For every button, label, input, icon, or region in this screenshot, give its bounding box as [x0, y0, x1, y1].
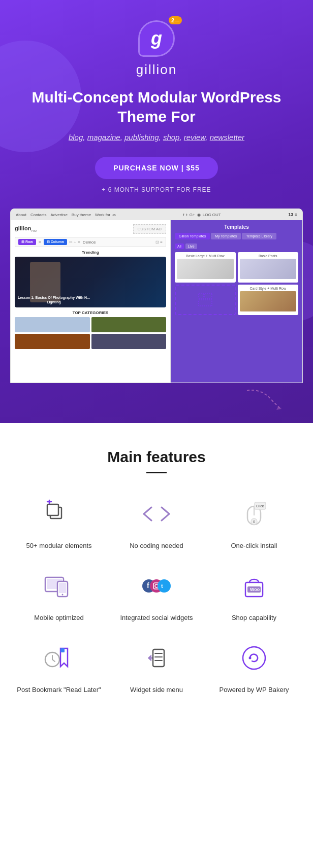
svg-point-39	[249, 657, 252, 659]
subtitle-link-newsletter[interactable]: newsletter	[210, 133, 244, 142]
panel-title: Templates	[175, 224, 298, 230]
section-title: Main features	[15, 448, 298, 466]
svg-text:t: t	[161, 583, 163, 589]
feature-icon-modular	[39, 494, 79, 534]
social-gplus-icon: G+	[190, 213, 195, 217]
panel-card-1-img	[177, 259, 234, 279]
svg-rect-33	[60, 648, 65, 652]
feature-label-install: One-click install	[231, 541, 277, 550]
features-section: Main features 50+ modular elements	[0, 423, 313, 710]
panel-cards-grid: Basic Large + Multi Row Basic Posts	[175, 252, 298, 315]
logo-badge: 2	[169, 16, 182, 24]
svg-text:f: f	[147, 581, 149, 589]
svg-rect-5	[47, 504, 58, 515]
panel-tab-my: My Templates	[211, 233, 241, 239]
svg-point-25	[158, 579, 171, 593]
svg-rect-1	[205, 293, 212, 298]
subtitle-link-shop[interactable]: shop	[163, 133, 180, 142]
social-f-icon: f	[183, 213, 184, 217]
filter-all: All	[175, 244, 184, 249]
panel-tab-library: Template Library	[242, 233, 276, 239]
svg-marker-3	[276, 406, 281, 410]
frame-social-icons: f t G+ ◉ LOG OUT	[183, 213, 221, 217]
panel-card-1: Basic Large + Multi Row	[175, 252, 236, 283]
nav-workforus: Work for us	[95, 213, 116, 217]
panel-card-2-label: Basic Posts	[240, 254, 297, 258]
feature-item-mobile: Mobile optimized	[15, 566, 103, 622]
feature-label-bookmark: Post Bookmark "Read Later"	[17, 685, 101, 695]
social-tw-icon: t	[186, 213, 187, 217]
frame-nav-links: About Contacts Advertise Buy theme Work …	[16, 213, 116, 217]
logo-name: gillion	[136, 62, 177, 78]
subtitle-link-publishing[interactable]: publishing	[124, 133, 159, 142]
feature-item-widget: Widget side menu	[113, 638, 200, 695]
purchase-button[interactable]: PURCHASE NOW | $55	[95, 157, 218, 179]
svg-text:0: 0	[253, 520, 255, 524]
frame-logo-row: gillionPRO CUSTOM AD	[15, 224, 166, 234]
feature-item-coding: No coding needed	[113, 494, 200, 550]
hero-subtitle: blog, magazine, publishing, shop, review…	[10, 133, 303, 142]
feature-item-install: Click 0 One-click install	[210, 494, 298, 550]
panel-card-2: Basic Posts	[238, 252, 299, 283]
screenshot-wrap: About Contacts Advertise Buy theme Work …	[5, 209, 308, 423]
frame-page-num: 13 ≡	[288, 212, 297, 217]
cat-item-4	[91, 334, 167, 349]
subtitle-link-magazine[interactable]: magazine	[87, 133, 120, 142]
section-divider	[146, 472, 167, 473]
arrow-decoration	[5, 383, 308, 423]
screenshot-frame: About Contacts Advertise Buy theme Work …	[10, 209, 303, 383]
subtitle-link-blog[interactable]: blog	[69, 133, 83, 142]
feature-icon-bakery	[234, 638, 274, 678]
svg-point-18	[62, 594, 64, 596]
svg-rect-17	[59, 583, 66, 593]
feature-label-social: Integrated social widgets	[120, 613, 193, 622]
hero-title: Multi-Concept Modular WordPress Theme Fo…	[10, 88, 303, 126]
nav-contacts: Contacts	[30, 213, 47, 217]
social-pin-icon: ◉	[197, 213, 201, 217]
feature-label-bakery: Powered by WP Bakery	[219, 685, 289, 695]
panel-card-2-img	[240, 259, 297, 279]
panel-tab-gillion: Gillion Templates	[175, 233, 210, 239]
panel-card-1-label: Basic Large + Multi Row	[177, 254, 234, 258]
feature-item-shop: Woo Shop capability	[210, 566, 298, 622]
svg-rect-34	[153, 649, 164, 667]
frame-ad-placeholder: CUSTOM AD	[133, 224, 166, 234]
logout-link: LOG OUT	[203, 213, 221, 217]
frame-left: gillionPRO CUSTOM AD ⊞ Row ✕ ⊟ Column ✏ …	[11, 220, 170, 383]
svg-text:Click: Click	[256, 504, 264, 508]
frame-topbar: About Contacts Advertise Buy theme Work …	[11, 209, 302, 220]
feature-icon-widget	[136, 638, 177, 678]
feature-icon-mobile	[39, 566, 79, 606]
feature-item-bookmark: Post Bookmark "Read Later"	[15, 638, 103, 695]
filter-live: Live	[185, 244, 197, 249]
tag-demos: Demos	[83, 240, 96, 245]
panel-tabs: Gillion Templates My Templates Template …	[175, 233, 298, 239]
frame-right-panel: Templates Gillion Templates My Templates…	[170, 220, 302, 383]
logo-wrap: g 2 gillion	[10, 20, 303, 88]
cat-item-1	[15, 317, 90, 332]
frame-content: gillionPRO CUSTOM AD ⊞ Row ✕ ⊟ Column ✏ …	[11, 220, 302, 383]
tag-row: ⊞ Row	[18, 239, 36, 245]
subtitle-link-review[interactable]: review	[184, 133, 206, 142]
svg-text:Woo: Woo	[250, 587, 260, 592]
feature-icon-social: f t	[136, 566, 177, 606]
features-grid: 50+ modular elements No coding needed	[15, 494, 298, 695]
feature-item-bakery: Powered by WP Bakery	[210, 638, 298, 695]
svg-point-38	[243, 647, 265, 669]
nav-advertise: Advertise	[50, 213, 67, 217]
tag-column: ⊟ Column	[44, 239, 67, 245]
frame-categories-label: TOP CATEGORIES	[15, 310, 166, 315]
feature-label-widget: Widget side menu	[130, 685, 183, 695]
feature-label-modular: 50+ modular elements	[26, 541, 92, 550]
support-text: + 6 MONTH SUPPORT FOR FREE	[10, 186, 303, 193]
svg-rect-0	[199, 293, 204, 298]
frame-hero-image: Lesson 1: Basics Of Photography With N..…	[15, 257, 166, 307]
frame-logo-text: gillionPRO	[15, 225, 37, 232]
logo-icon: g 2	[138, 20, 175, 57]
feature-item-social: f t Integrated social widgets	[113, 566, 200, 622]
feature-label-shop: Shop capability	[232, 613, 276, 622]
panel-card-3: Card Style + Multi Row	[238, 285, 299, 315]
logo-g-letter: g	[151, 28, 162, 49]
feature-icon-bookmark	[39, 638, 79, 678]
feature-icon-shop: Woo	[234, 566, 274, 606]
